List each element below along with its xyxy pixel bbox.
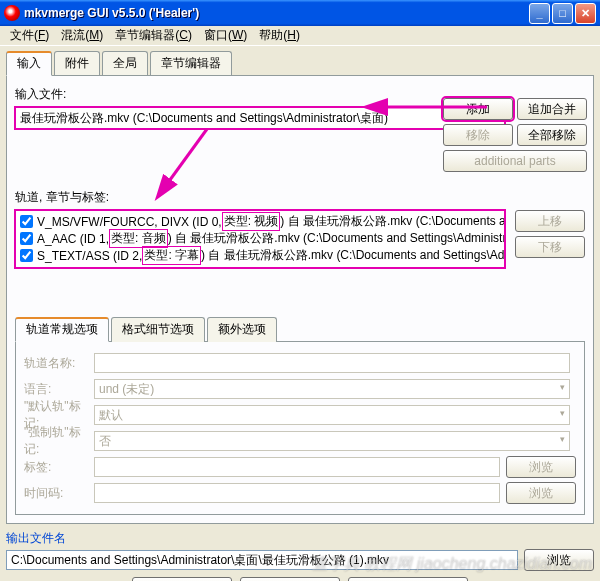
remove-button[interactable]: 移除 — [443, 124, 513, 146]
main-tabstrip: 输入 附件 全局 章节编辑器 — [0, 46, 600, 75]
add-to-queue-button[interactable]: 添加到任务队列(J) — [348, 577, 468, 581]
file-buttons: 添加 追加合并 移除 全部移除 additional parts — [443, 98, 587, 172]
tags-label: 标签: — [24, 459, 94, 476]
track-options-tabstrip: 轨道常规选项 格式细节选项 额外选项 — [15, 316, 585, 341]
forced-flag-label: "强制轨"标记: — [24, 424, 94, 458]
tab-attachments[interactable]: 附件 — [54, 51, 100, 76]
default-flag-select[interactable]: 默认 — [94, 405, 570, 425]
subtab-extra[interactable]: 额外选项 — [207, 317, 277, 342]
tracks-list[interactable]: V_MS/VFW/FOURCC, DIVX (ID 0, 类型: 视频 ) 自 … — [15, 210, 505, 268]
track-row[interactable]: V_MS/VFW/FOURCC, DIVX (ID 0, 类型: 视频 ) 自 … — [18, 213, 502, 230]
window-title: mkvmerge GUI v5.5.0 ('Healer') — [24, 6, 529, 20]
tab-input[interactable]: 输入 — [6, 51, 52, 76]
input-file-item: 最佳玩滑板公路.mkv (C:\Documents and Settings\A… — [20, 110, 388, 127]
menu-file[interactable]: 文件(F) — [4, 25, 55, 46]
close-button[interactable]: ✕ — [575, 3, 596, 24]
move-up-button[interactable]: 上移 — [515, 210, 585, 232]
menu-chapter-editor[interactable]: 章节编辑器(C) — [109, 25, 198, 46]
input-files-list[interactable]: 最佳玩滑板公路.mkv (C:\Documents and Settings\A… — [15, 107, 505, 129]
subtab-format[interactable]: 格式细节选项 — [111, 317, 205, 342]
output-file-input[interactable] — [6, 550, 518, 570]
menubar: 文件(F) 混流(M) 章节编辑器(C) 窗口(W) 帮助(H) — [0, 26, 600, 46]
titlebar: mkvmerge GUI v5.5.0 ('Healer') _ □ ✕ — [0, 0, 600, 26]
menu-help[interactable]: 帮助(H) — [253, 25, 306, 46]
add-button[interactable]: 添加 — [443, 98, 513, 120]
subtab-general[interactable]: 轨道常规选项 — [15, 317, 109, 342]
tab-global[interactable]: 全局 — [102, 51, 148, 76]
app-icon — [4, 5, 20, 21]
append-button[interactable]: 追加合并 — [517, 98, 587, 120]
timecodes-label: 时间码: — [24, 485, 94, 502]
track-name-input[interactable] — [94, 353, 570, 373]
main-panel: 输入文件: 最佳玩滑板公路.mkv (C:\Documents and Sett… — [6, 75, 594, 524]
start-mux-button[interactable]: 开始混流(R) — [132, 577, 232, 581]
timecodes-browse-button[interactable]: 浏览 — [506, 482, 576, 504]
language-label: 语言: — [24, 381, 94, 398]
additional-parts-button[interactable]: additional parts — [443, 150, 587, 172]
tab-chapter-editor[interactable]: 章节编辑器 — [150, 51, 232, 76]
maximize-button[interactable]: □ — [552, 3, 573, 24]
tags-input[interactable] — [94, 457, 500, 477]
svg-line-1 — [167, 129, 207, 184]
tags-browse-button[interactable]: 浏览 — [506, 456, 576, 478]
track-checkbox[interactable] — [20, 232, 33, 245]
track-row[interactable]: S_TEXT/ASS (ID 2, 类型: 字幕 ) 自 最佳玩滑板公路.mkv… — [18, 247, 502, 264]
track-options-panel: 轨道名称: 语言: und (未定) "默认轨"标记: 默认 "强制轨"标记: … — [15, 341, 585, 515]
output-row: 输出文件名 — [6, 530, 594, 547]
track-checkbox[interactable] — [20, 215, 33, 228]
track-type-badge: 类型: 视频 — [222, 212, 281, 231]
move-down-button[interactable]: 下移 — [515, 236, 585, 258]
window-buttons: _ □ ✕ — [529, 3, 596, 24]
menu-mux[interactable]: 混流(M) — [55, 25, 109, 46]
copy-cmdline-button[interactable]: 复制命令行(C) — [240, 577, 340, 581]
track-checkbox[interactable] — [20, 249, 33, 262]
bottom-buttons: 开始混流(R) 复制命令行(C) 添加到任务队列(J) — [0, 577, 600, 581]
forced-flag-select[interactable]: 否 — [94, 431, 570, 451]
tracks-label: 轨道, 章节与标签: — [15, 189, 585, 206]
timecodes-input[interactable] — [94, 483, 500, 503]
minimize-button[interactable]: _ — [529, 3, 550, 24]
output-browse-button[interactable]: 浏览 — [524, 549, 594, 571]
track-row[interactable]: A_AAC (ID 1, 类型: 音频 ) 自 最佳玩滑板公路.mkv (C:\… — [18, 230, 502, 247]
menu-window[interactable]: 窗口(W) — [198, 25, 253, 46]
track-type-badge: 类型: 字幕 — [142, 246, 201, 265]
annotation-arrow — [157, 124, 217, 197]
track-name-label: 轨道名称: — [24, 355, 94, 372]
language-select[interactable]: und (未定) — [94, 379, 570, 399]
remove-all-button[interactable]: 全部移除 — [517, 124, 587, 146]
output-file-label: 输出文件名 — [6, 530, 66, 547]
